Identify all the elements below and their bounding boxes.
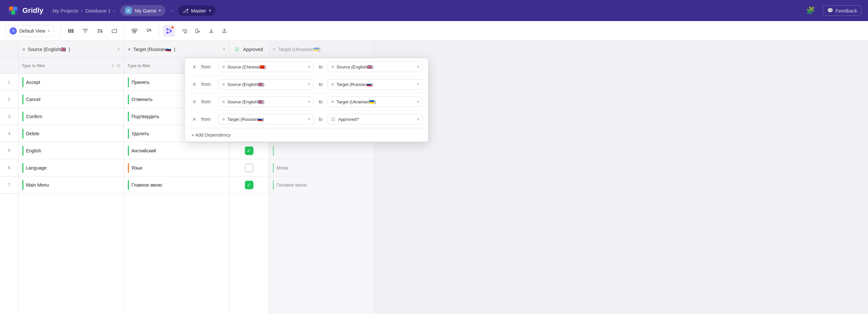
branch-git-icon: ⎇	[183, 7, 188, 14]
dep-from-caret-4: ▾	[308, 117, 310, 121]
cell-stripe	[128, 163, 129, 173]
dep-to-select-4[interactable]: ☑ Approved? ▾	[328, 114, 423, 125]
source-cell-7[interactable]: Main Menu	[19, 176, 124, 194]
target-col-flag: )	[174, 47, 175, 52]
source-filter-settings-icon[interactable]: ⊞	[117, 63, 120, 68]
approved-col-header[interactable]: ☑ Approved	[229, 41, 269, 58]
dep-to-label-3: to	[317, 99, 324, 104]
approved-cell-7[interactable]: ✓	[229, 176, 269, 194]
dep-to-select-2[interactable]: ≡ Target (Russian🇷🇺) ▾	[328, 79, 423, 90]
svg-point-10	[166, 28, 168, 30]
tab-game-icon: ⊞	[125, 7, 132, 14]
row-num-4: 4	[0, 125, 18, 142]
dep-close-btn-1[interactable]: ✕	[190, 63, 198, 71]
svg-rect-4	[68, 29, 69, 33]
header: Gridly My Projects › Database 1 › ⊞ My G…	[0, 0, 868, 21]
download-button[interactable]	[205, 25, 217, 37]
dep-from-select-icon-2: ≡	[222, 82, 225, 87]
breadcrumb: My Projects › Database 1 ›	[53, 7, 115, 13]
add-column-button[interactable]	[192, 25, 204, 37]
dep-from-caret-1: ▾	[308, 65, 310, 69]
dep-from-label-4: from	[202, 116, 215, 122]
translate-button[interactable]	[143, 25, 155, 37]
logo[interactable]: Gridly	[7, 4, 43, 17]
dep-to-caret-3: ▾	[417, 99, 419, 104]
sort-button[interactable]	[94, 25, 106, 37]
upload-button[interactable]	[218, 25, 230, 37]
ukr-col-header[interactable]: ≡ Target (Ukrainian🇺🇦)	[269, 41, 374, 58]
nav-arrow-icon: ›	[171, 7, 172, 13]
dep-from-select-4[interactable]: ≡ Target (Russian🇷🇺) ▾	[218, 114, 314, 125]
folder-button[interactable]	[108, 25, 120, 37]
cell-stripe	[23, 146, 23, 156]
cell-stripe	[128, 180, 129, 190]
feedback-button[interactable]: 💬 Feedback	[823, 5, 861, 16]
branch-label: Master	[191, 8, 206, 13]
target-cell-5[interactable]: Английский	[124, 142, 229, 159]
dep-from-select-value-4: Target (Russian🇷🇺)	[227, 117, 306, 122]
dep-close-btn-3[interactable]: ✕	[190, 98, 198, 106]
source-col-icon: ≡	[23, 47, 25, 52]
breadcrumb-database[interactable]: Database 1	[85, 8, 111, 13]
feedback-chat-icon: 💬	[827, 7, 833, 13]
target-cell-7[interactable]: Главное меню	[124, 176, 229, 194]
toolbar-divider-3	[159, 26, 159, 36]
add-dep-label: + Add Dependency	[191, 132, 231, 138]
feedback-label: Feedback	[835, 8, 857, 13]
row-num-6: 6	[0, 159, 18, 176]
source-cell-6[interactable]: Language	[19, 159, 124, 176]
columns-button[interactable]	[65, 25, 77, 37]
target-cell-6[interactable]: Язык	[124, 159, 229, 176]
ukr-cell-7[interactable]: Головне меню	[269, 176, 374, 194]
dep-from-select-icon-1: ≡	[222, 64, 225, 69]
tab-chevron-icon: ▾	[159, 8, 161, 13]
target-col-header[interactable]: ≡ Target (Russian🇷🇺 ) ▾	[124, 41, 229, 58]
puzzle-icon[interactable]: 🧩	[806, 6, 815, 15]
filter-button[interactable]	[80, 25, 91, 37]
dep-from-label-3: from	[202, 99, 215, 104]
cell-stripe	[23, 95, 23, 104]
dependency-button[interactable]	[163, 25, 175, 37]
target-col-caret: ▾	[223, 47, 225, 52]
cell-stripe	[128, 95, 129, 104]
ukr-cell-6[interactable]: Мова	[269, 159, 374, 176]
dep-to-select-value-1: Source (English🇬🇧)	[337, 65, 414, 69]
ukr-cell-5[interactable]	[269, 142, 374, 159]
row-num-5: 5	[0, 142, 18, 159]
cell-stripe	[273, 163, 274, 173]
branch-chevron-icon: ▾	[209, 8, 211, 13]
cell-stripe	[128, 77, 129, 87]
source-col-header[interactable]: ≡ Source (English🇬🇧 ) ▾	[19, 41, 124, 58]
dep-from-select-value-2: Source (English🇬🇧)	[227, 82, 306, 87]
svg-rect-2	[13, 6, 17, 10]
view-selector[interactable]: ⊙ Default View ▾	[5, 25, 54, 37]
approved-cell-5[interactable]: ✓	[229, 142, 269, 159]
svg-rect-7	[132, 29, 134, 31]
source-filter-input[interactable]	[22, 63, 109, 68]
source-cell-3[interactable]: Confirm	[19, 108, 124, 125]
source-cell-5[interactable]: English	[19, 142, 124, 159]
dep-close-btn-2[interactable]: ✕	[190, 80, 198, 88]
breadcrumb-sep1: ›	[81, 7, 83, 13]
approved-cell-6[interactable]	[229, 159, 269, 176]
dep-to-select-3[interactable]: ≡ Target (Ukrainian🇺🇦) ▾	[328, 97, 423, 107]
cell-stripe	[273, 180, 274, 190]
source-cell-2[interactable]: Cancel	[19, 91, 124, 108]
tab-my-game[interactable]: ⊞ My Game ▾	[120, 5, 165, 16]
dep-from-select-3[interactable]: ≡ Source (English🇬🇧) ▾	[218, 97, 314, 107]
source-cell-1[interactable]: Accept	[19, 74, 124, 91]
dep-row-3: ✕ from ≡ Source (English🇬🇧) ▾ to ≡ Targe…	[185, 93, 428, 111]
dep-to-select-icon-4: ☑	[331, 116, 336, 122]
wrap-button[interactable]	[179, 25, 191, 37]
dep-from-select-2[interactable]: ≡ Source (English🇬🇧) ▾	[218, 79, 314, 90]
branch-selector[interactable]: ⎇ Master ▾	[178, 6, 216, 16]
dep-to-select-1[interactable]: ≡ Source (English🇬🇧) ▾	[328, 62, 423, 72]
svg-rect-13	[196, 29, 198, 33]
dep-from-select-1[interactable]: ≡ Source (Chinese🇨🇳) ▾	[218, 62, 314, 72]
source-cell-4[interactable]: Delete	[19, 125, 124, 142]
source-filter-sort-icon[interactable]: ⇅	[111, 63, 115, 68]
dep-close-btn-4[interactable]: ✕	[190, 115, 198, 123]
merge-button[interactable]	[128, 25, 141, 37]
breadcrumb-projects[interactable]: My Projects	[53, 8, 79, 13]
add-dependency-button[interactable]: + Add Dependency	[185, 128, 428, 142]
